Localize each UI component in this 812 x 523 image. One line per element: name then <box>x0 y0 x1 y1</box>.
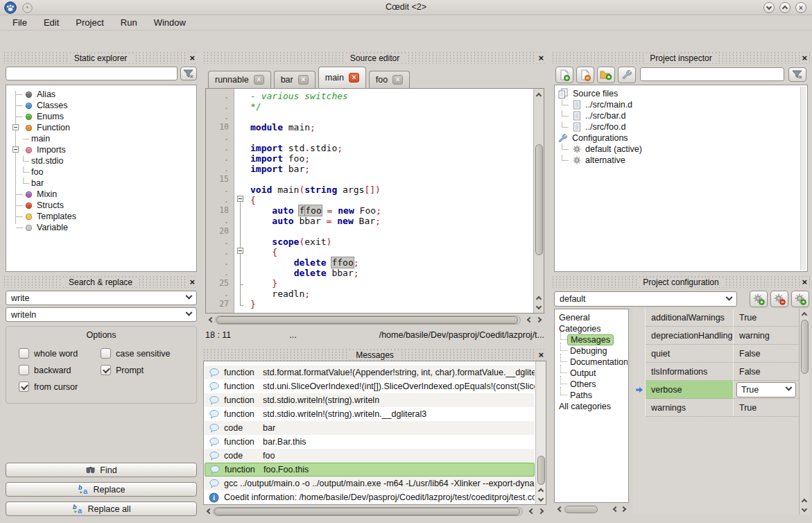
add-folder-button[interactable] <box>597 67 615 83</box>
project-options-button[interactable] <box>618 67 636 83</box>
tree-item-mixin[interactable]: Mixin <box>6 189 195 200</box>
tree-item-enums[interactable]: Enums <box>6 111 195 122</box>
property-name[interactable]: depreciationHandling <box>646 327 734 345</box>
close-panel-icon[interactable]: × <box>537 53 545 63</box>
message-row[interactable]: gcc ../output/main.o -o ../output/main.e… <box>205 477 535 490</box>
property-value[interactable]: True <box>734 381 799 399</box>
menu-edit[interactable]: Edit <box>37 16 66 29</box>
property-row[interactable]: depreciationHandling warning <box>633 327 799 345</box>
property-value[interactable]: False <box>734 345 799 363</box>
category-paths[interactable]: Paths <box>555 390 628 401</box>
project-inspector-header[interactable]: Project inspector × <box>551 52 811 64</box>
property-name[interactable]: tlsInformations <box>646 363 734 381</box>
property-value[interactable]: warning <box>734 327 799 345</box>
close-panel-icon[interactable]: × <box>800 53 809 63</box>
category-hscrollbar[interactable] <box>554 504 629 515</box>
scroll-up-icon[interactable] <box>800 309 809 318</box>
scroll-left-icon[interactable] <box>205 315 215 325</box>
scroll-up-icon[interactable] <box>800 495 809 505</box>
close-tab-icon[interactable]: × <box>349 73 359 83</box>
whole-word-checkbox[interactable] <box>19 348 29 359</box>
scroll-right-icon[interactable] <box>537 506 546 516</box>
replace-term-combo[interactable]: writeln <box>6 307 197 322</box>
close-tab-icon[interactable]: × <box>254 75 264 85</box>
project-configuration-header[interactable]: Project configuration × <box>551 276 811 288</box>
search-term-combo[interactable]: write <box>6 291 197 305</box>
search-replace-header[interactable]: Search & replace × <box>3 276 198 288</box>
source-editor-header[interactable]: Source editor × <box>202 52 547 64</box>
tree-item-bar[interactable]: bar <box>6 178 195 189</box>
scroll-down-icon[interactable] <box>800 505 809 515</box>
property-value[interactable]: True <box>734 399 799 417</box>
property-name[interactable]: warnings <box>646 399 734 417</box>
remove-source-button[interactable] <box>576 67 594 83</box>
close-panel-icon[interactable]: × <box>537 350 545 360</box>
property-row-selected[interactable]: verbose True <box>633 381 799 399</box>
tree-item-templates[interactable]: Templates <box>6 211 195 222</box>
replace-all-button[interactable]: ba Replace all <box>6 501 197 516</box>
category-all[interactable]: All categories <box>555 401 628 412</box>
scroll-thumb[interactable] <box>564 506 598 513</box>
from-cursor-checkbox[interactable] <box>19 381 29 392</box>
property-row[interactable]: additionalWarnings True <box>633 309 799 327</box>
configuration-select[interactable]: default <box>554 291 737 307</box>
project-filter-input[interactable] <box>640 67 784 81</box>
scroll-thumb[interactable] <box>214 508 520 515</box>
scroll-thumb[interactable] <box>537 456 545 485</box>
scroll-left-icon[interactable] <box>524 315 533 325</box>
maximize-button[interactable] <box>779 2 791 13</box>
find-button[interactable]: Find <box>6 463 197 477</box>
editor-hscrollbar[interactable] <box>205 315 544 325</box>
message-row[interactable]: function std.stdio.writeln!(string).writ… <box>205 407 535 421</box>
tab-runnable[interactable]: runnable× <box>208 71 271 88</box>
backward-checkbox[interactable] <box>19 365 29 375</box>
tree-item-config-default[interactable]: default (active) <box>555 144 799 155</box>
message-row[interactable]: function std.format.formatValue!(Appende… <box>205 366 535 379</box>
collapse-icon[interactable] <box>12 124 19 130</box>
fold-icon[interactable] <box>237 248 243 254</box>
property-row[interactable]: tlsInformations False <box>633 363 799 381</box>
value-dropdown[interactable]: True <box>736 382 796 397</box>
property-name[interactable]: quiet <box>646 345 734 363</box>
remove-configuration-button[interactable] <box>770 291 788 307</box>
scroll-right-icon[interactable] <box>619 504 629 514</box>
filter-button[interactable] <box>180 67 197 80</box>
tab-foo[interactable]: foo× <box>369 71 410 88</box>
message-row[interactable]: function std.uni.SliceOverIndexed!(int[]… <box>205 379 535 393</box>
tree-item-src-foo[interactable]: ../src/foo.d <box>555 121 799 132</box>
static-explorer-header[interactable]: Static explorer × <box>3 52 198 64</box>
prompt-checkbox[interactable] <box>101 365 111 375</box>
tree-item-stdstdio[interactable]: std.stdio <box>6 155 195 166</box>
messages-hscrollbar[interactable] <box>203 506 546 517</box>
messages-vscrollbar[interactable] <box>535 361 546 504</box>
replace-button[interactable]: ba Replace <box>6 482 197 497</box>
close-panel-icon[interactable]: × <box>188 53 196 63</box>
grid-vscrollbar[interactable] <box>799 309 809 515</box>
property-row[interactable]: warnings True <box>633 399 799 417</box>
tree-item-variable[interactable]: Variable <box>6 222 195 233</box>
case-sensitive-checkbox[interactable] <box>101 348 111 359</box>
scroll-left-icon[interactable] <box>526 506 535 516</box>
property-name[interactable]: additionalWarnings <box>646 309 734 327</box>
scroll-left-icon[interactable] <box>554 504 564 514</box>
scroll-up-icon[interactable] <box>534 293 544 302</box>
close-panel-icon[interactable]: × <box>188 277 196 287</box>
code-editor[interactable]: . . . 10 . . . . 15 . . 18 . 20 . . . . … <box>205 88 544 314</box>
category-general[interactable]: General <box>555 312 628 323</box>
scroll-thumb[interactable] <box>801 320 809 374</box>
close-button[interactable]: × <box>795 2 806 13</box>
editor-vscrollbar[interactable] <box>533 89 544 313</box>
menu-run[interactable]: Run <box>114 16 144 29</box>
menu-project[interactable]: Project <box>69 16 110 29</box>
fold-icon[interactable] <box>237 196 243 202</box>
menu-window[interactable]: Window <box>147 16 193 29</box>
tab-main[interactable]: main× <box>318 67 366 88</box>
clone-configuration-button[interactable] <box>791 291 809 307</box>
menu-file[interactable]: File <box>6 16 34 29</box>
filter-button[interactable] <box>788 67 806 82</box>
tree-item-src-main[interactable]: ../src/main.d <box>555 99 799 110</box>
symbol-filter-input[interactable] <box>6 67 178 80</box>
tree-item-function[interactable]: Function <box>6 122 195 133</box>
scroll-left-icon[interactable] <box>203 506 213 516</box>
scroll-up-icon[interactable] <box>534 89 544 99</box>
